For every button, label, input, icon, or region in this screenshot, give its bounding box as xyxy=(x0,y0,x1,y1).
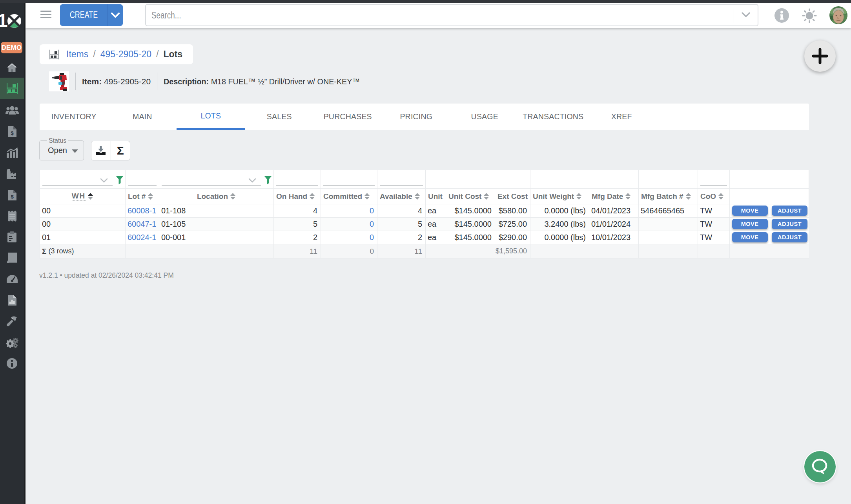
svg-text:$: $ xyxy=(11,194,14,200)
svg-text:$: $ xyxy=(11,130,14,136)
